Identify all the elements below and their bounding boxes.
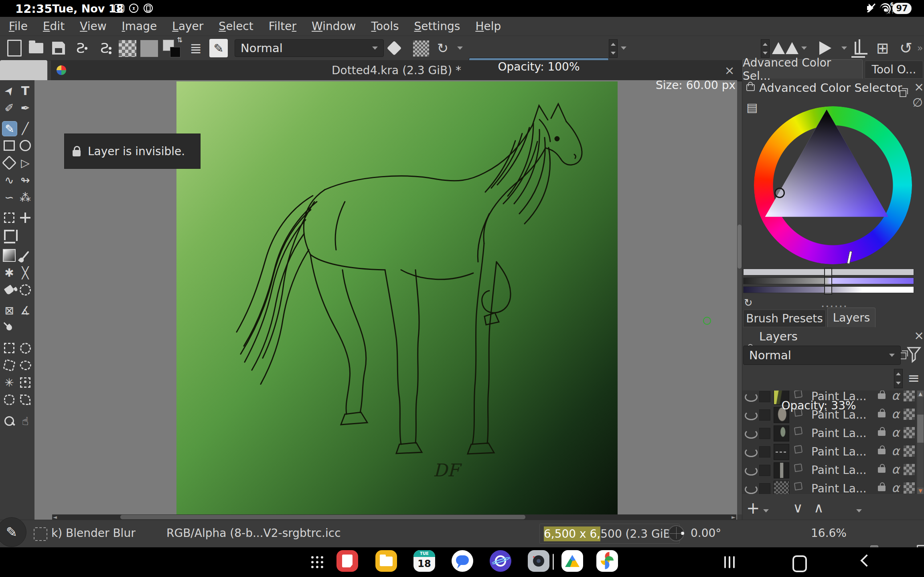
mirror-horizontal-button[interactable] <box>774 39 796 57</box>
opacity-options-chevron-icon[interactable] <box>621 47 626 50</box>
inherit-alpha-icon[interactable] <box>904 482 915 494</box>
tool-edit-shapes[interactable]: ✐ <box>2 101 16 115</box>
scroll-right-arrow-icon[interactable]: ► <box>732 514 736 520</box>
properties-chevron-icon[interactable] <box>856 509 862 512</box>
save-button[interactable] <box>50 39 67 57</box>
tab-brush-presets[interactable]: Brush Presets <box>743 310 826 327</box>
canvas-rotation-dial[interactable] <box>668 525 684 541</box>
inherit-alpha-icon[interactable] <box>904 445 915 457</box>
menu-view[interactable]: View <box>80 20 106 33</box>
transparent-color-button[interactable]: ∅ <box>912 95 923 109</box>
tool-measure[interactable]: ∡ <box>18 303 32 318</box>
color-slider-value[interactable] <box>743 286 914 293</box>
tool-select-shapes[interactable]: ➤ <box>0 81 19 101</box>
layer-name[interactable]: Paint La... <box>811 482 867 494</box>
preserve-alpha-button[interactable] <box>413 40 429 57</box>
tool-text[interactable]: T <box>18 83 32 98</box>
gradient-chooser-button[interactable] <box>140 40 158 57</box>
layer-row[interactable]: Paint La... α <box>742 479 916 494</box>
tool-dynamic-brush[interactable]: ∽ <box>2 190 16 204</box>
tool-bezier-curve[interactable]: ∿ <box>2 173 16 187</box>
layers-close-icon[interactable]: × <box>914 330 924 342</box>
tool-bezier-selection[interactable] <box>2 393 16 407</box>
zoom-percentage[interactable]: 16.6% <box>811 526 847 540</box>
alpha-icon[interactable]: α <box>892 425 900 439</box>
canvas-rotation-value[interactable]: 0.00° <box>691 526 721 540</box>
menu-select[interactable]: Select <box>219 20 253 33</box>
layer-color-label[interactable] <box>759 446 770 458</box>
blending-mode-dropdown[interactable]: Normal <box>235 39 384 57</box>
tool-color-sampler[interactable] <box>18 248 32 263</box>
tool-reference-images[interactable] <box>2 320 16 335</box>
layer-lock-icon[interactable] <box>878 467 886 473</box>
tool-fill[interactable] <box>2 283 16 297</box>
slider-handle[interactable] <box>824 268 832 277</box>
recents-nav-button[interactable] <box>724 555 738 570</box>
layer-row[interactable]: Paint La... α <box>742 461 916 480</box>
reload-preset-button[interactable]: ↻ <box>434 39 452 57</box>
canvas-image[interactable]: DF <box>176 81 618 514</box>
tab-advanced-color-selector[interactable]: Advanced Color Sel... <box>742 59 863 79</box>
alpha-icon[interactable]: α <box>892 444 900 458</box>
selection-mode-icon[interactable] <box>34 527 47 541</box>
layer-list-scrollbar[interactable]: ▲ ▼ <box>917 391 924 494</box>
color-selector-cursor[interactable] <box>774 188 785 198</box>
tool-polygon[interactable] <box>2 156 16 170</box>
eraser-mode-button[interactable] <box>385 39 403 57</box>
menu-filter[interactable]: Filter <box>269 20 296 33</box>
alpha-icon[interactable]: α <box>892 462 900 476</box>
tool-multibrush[interactable]: ⁂ <box>18 190 32 204</box>
mirror-vertical-chevron-icon[interactable] <box>841 47 847 50</box>
tool-magnetic-selection[interactable] <box>18 393 32 407</box>
layer-opacity-slider[interactable]: Opacity: 33% <box>743 396 894 415</box>
layer-thumbnail[interactable] <box>774 462 789 478</box>
tool-crop[interactable] <box>2 228 16 242</box>
inherit-alpha-icon[interactable] <box>904 409 915 420</box>
tool-gradient[interactable] <box>2 248 16 263</box>
files-app-icon[interactable] <box>375 550 397 572</box>
tool-assistants[interactable]: ⊠ <box>2 303 16 318</box>
tool-circular-selection[interactable] <box>18 341 32 355</box>
menu-window[interactable]: Window <box>312 20 356 33</box>
color-slider-saturation[interactable] <box>743 277 914 284</box>
layer-blending-mode-dropdown[interactable]: Normal <box>743 346 901 365</box>
opacity-spinner[interactable] <box>609 39 618 58</box>
mirror-horizontal-chevron-icon[interactable] <box>801 47 807 50</box>
layer-lock-icon[interactable] <box>878 430 886 436</box>
tool-smart-patch[interactable]: ╳ <box>18 265 32 280</box>
add-layer-chevron-icon[interactable] <box>763 509 769 512</box>
float-docker-icon[interactable] <box>900 90 906 97</box>
visibility-eye-icon[interactable] <box>745 485 758 494</box>
menu-layer[interactable]: Layer <box>172 20 203 33</box>
layer-color-label[interactable] <box>759 428 770 439</box>
color-profile[interactable]: RGB/Alpha (8-b...V2-srgbtrc.icc <box>166 526 341 540</box>
app-drawer-button[interactable] <box>311 556 323 568</box>
move-layer-down-button[interactable]: ∨ <box>793 500 803 516</box>
back-nav-button[interactable] <box>860 554 873 567</box>
slider-handle[interactable] <box>824 277 832 286</box>
tool-enclose-fill[interactable] <box>18 283 32 297</box>
size-spinner[interactable] <box>761 39 770 58</box>
brush-stabilizer-button[interactable]: S <box>95 39 116 57</box>
tab-tool-options[interactable]: Tool O... <box>865 61 923 79</box>
reload-options-chevron-icon[interactable] <box>457 47 463 50</box>
toolbox-docker-header[interactable] <box>0 60 47 80</box>
home-nav-button[interactable] <box>792 555 807 572</box>
workspace-chooser-button[interactable]: ⊞ <box>873 39 892 57</box>
tool-pan[interactable]: ☝ <box>18 414 32 428</box>
layer-opacity-spinner[interactable] <box>894 369 903 388</box>
tool-ellipse[interactable] <box>18 138 32 153</box>
tool-polygonal-selection[interactable] <box>2 358 16 373</box>
new-document-button[interactable] <box>6 39 23 57</box>
tool-polyline[interactable]: ▷ <box>18 156 32 170</box>
notes-app-icon[interactable] <box>336 550 358 572</box>
layer-thumbnail[interactable] <box>774 425 789 441</box>
tool-select-by-color[interactable] <box>18 375 32 390</box>
edit-brush-settings-button[interactable]: ≣ <box>187 39 205 57</box>
scroll-left-arrow-icon[interactable]: ◄ <box>53 514 57 520</box>
tool-colorize-mask[interactable]: ✱ <box>2 265 16 280</box>
tool-rectangular-selection[interactable] <box>2 341 16 355</box>
layer-color-label[interactable] <box>759 465 770 476</box>
camera-app-icon[interactable] <box>528 550 549 572</box>
color-slider-lightness[interactable] <box>743 269 914 275</box>
